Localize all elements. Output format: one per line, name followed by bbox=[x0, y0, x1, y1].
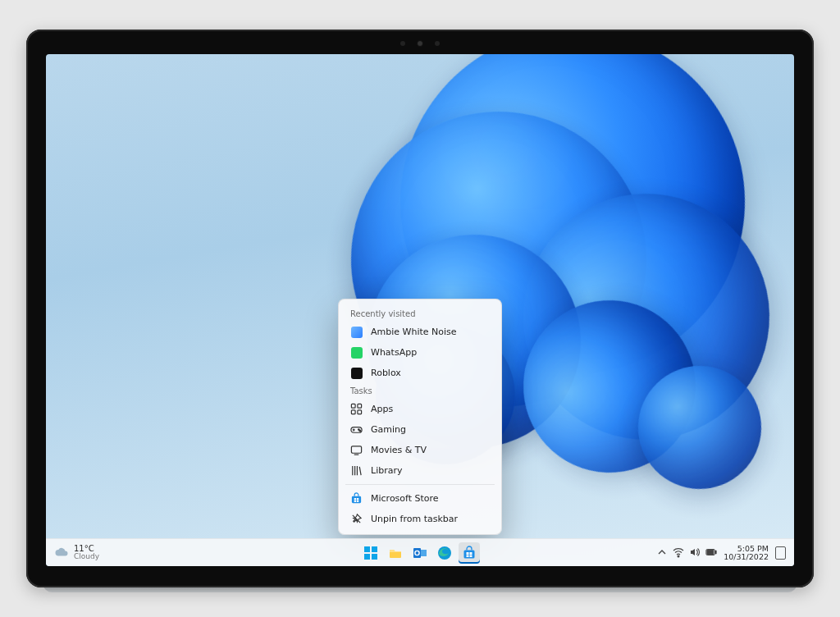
clock-date: 10/31/2022 bbox=[724, 553, 769, 561]
jumplist-header-recent: Recently visited bbox=[339, 306, 501, 322]
svg-rect-10 bbox=[357, 498, 358, 500]
jumplist-item-label: Ambie White Noise bbox=[371, 327, 457, 337]
svg-rect-23 bbox=[470, 552, 472, 555]
taskbar: 11°C Cloudy bbox=[46, 538, 794, 566]
jumplist-item-label: Gaming bbox=[371, 424, 406, 435]
edge-button[interactable] bbox=[434, 542, 455, 564]
jumplist-item-label: Apps bbox=[371, 404, 393, 414]
outlook-button[interactable] bbox=[409, 542, 431, 564]
svg-rect-25 bbox=[470, 555, 472, 557]
svg-rect-2 bbox=[351, 410, 355, 414]
volume-icon[interactable] bbox=[689, 546, 701, 560]
microsoft-store-button[interactable] bbox=[459, 542, 480, 564]
jumplist-header-tasks: Tasks bbox=[339, 383, 501, 399]
unpin-icon bbox=[350, 513, 363, 525]
svg-rect-11 bbox=[354, 500, 356, 502]
jumplist-item-store[interactable]: Microsoft Store bbox=[339, 488, 501, 509]
jumplist-item-label: Movies & TV bbox=[371, 445, 427, 455]
taskbar-center bbox=[360, 542, 480, 564]
roblox-icon bbox=[350, 367, 363, 379]
device-frame: Recently visited Ambie White Noise Whats… bbox=[26, 30, 814, 587]
library-icon bbox=[350, 464, 363, 477]
battery-icon[interactable] bbox=[705, 546, 717, 560]
jumplist-item-whatsapp[interactable]: WhatsApp bbox=[339, 342, 501, 363]
jumplist-separator bbox=[345, 484, 495, 485]
tray-overflow-icon[interactable] bbox=[656, 546, 668, 560]
device-camera bbox=[395, 41, 445, 46]
jumplist-item-label: Unpin from taskbar bbox=[371, 514, 458, 524]
svg-rect-15 bbox=[364, 554, 370, 560]
taskbar-clock[interactable]: 5:05 PM 10/31/2022 bbox=[724, 545, 769, 560]
svg-rect-1 bbox=[358, 404, 362, 408]
system-tray[interactable] bbox=[656, 546, 717, 560]
store-icon bbox=[350, 492, 363, 505]
svg-rect-24 bbox=[467, 555, 469, 557]
svg-rect-29 bbox=[707, 550, 714, 554]
desktop[interactable]: Recently visited Ambie White Noise Whats… bbox=[46, 54, 794, 566]
jumplist-item-roblox[interactable]: Roblox bbox=[339, 363, 501, 383]
svg-rect-0 bbox=[351, 404, 355, 408]
weather-condition: Cloudy bbox=[74, 553, 99, 560]
taskbar-right: 5:05 PM 10/31/2022 bbox=[656, 545, 786, 560]
jumplist-item-movies-tv[interactable]: Movies & TV bbox=[339, 440, 501, 460]
svg-rect-9 bbox=[354, 498, 356, 500]
jumplist-item-apps[interactable]: Apps bbox=[339, 399, 501, 419]
start-button[interactable] bbox=[360, 542, 381, 564]
store-jumplist: Recently visited Ambie White Noise Whats… bbox=[338, 299, 502, 535]
ambie-icon bbox=[350, 326, 363, 338]
jumplist-item-ambie[interactable]: Ambie White Noise bbox=[339, 322, 501, 342]
svg-rect-7 bbox=[351, 446, 361, 453]
svg-rect-13 bbox=[364, 546, 370, 552]
svg-rect-19 bbox=[421, 550, 427, 556]
svg-rect-12 bbox=[357, 500, 358, 502]
svg-rect-16 bbox=[372, 554, 377, 560]
gaming-icon bbox=[350, 423, 363, 436]
movies-tv-icon bbox=[350, 444, 363, 456]
jumplist-item-label: Microsoft Store bbox=[371, 493, 439, 504]
weather-cloudy-icon bbox=[54, 545, 69, 561]
wifi-icon[interactable] bbox=[673, 546, 684, 560]
jumplist-item-library[interactable]: Library bbox=[339, 460, 501, 481]
whatsapp-icon bbox=[350, 346, 363, 359]
jumplist-item-label: WhatsApp bbox=[371, 347, 417, 358]
svg-point-26 bbox=[678, 555, 679, 557]
svg-point-6 bbox=[359, 430, 361, 432]
jumplist-item-label: Roblox bbox=[371, 368, 401, 378]
jumplist-item-unpin[interactable]: Unpin from taskbar bbox=[339, 509, 501, 529]
jumplist-item-label: Library bbox=[371, 465, 402, 476]
apps-icon bbox=[350, 403, 363, 415]
file-explorer-button[interactable] bbox=[385, 542, 406, 564]
svg-rect-14 bbox=[372, 546, 377, 552]
svg-rect-28 bbox=[715, 551, 716, 554]
svg-rect-21 bbox=[464, 550, 475, 558]
svg-rect-3 bbox=[358, 410, 362, 414]
jumplist-item-gaming[interactable]: Gaming bbox=[339, 419, 501, 440]
svg-rect-8 bbox=[352, 496, 361, 503]
notifications-button[interactable] bbox=[775, 546, 786, 560]
svg-rect-22 bbox=[467, 552, 469, 555]
taskbar-weather[interactable]: 11°C Cloudy bbox=[54, 545, 99, 561]
